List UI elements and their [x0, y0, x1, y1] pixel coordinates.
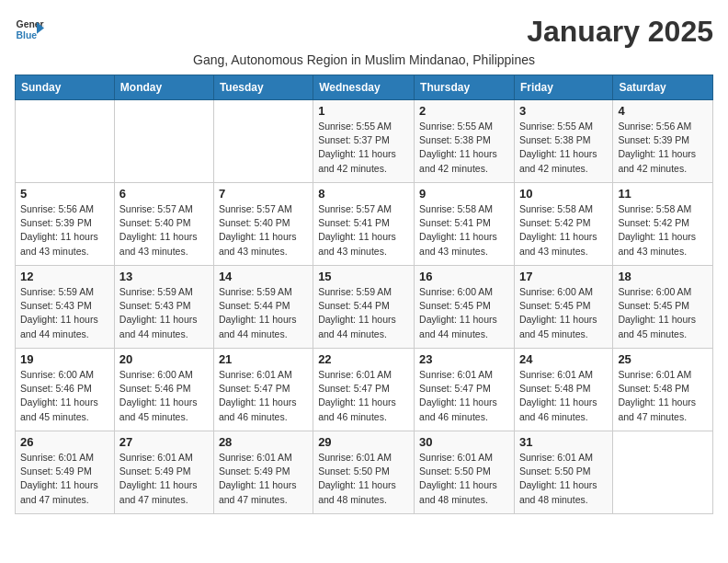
calendar-cell: 22Sunrise: 6:01 AM Sunset: 5:47 PM Dayli… — [313, 349, 415, 431]
day-number: 17 — [519, 270, 608, 283]
day-info: Sunrise: 5:57 AM Sunset: 5:40 PM Dayligh… — [219, 202, 308, 259]
calendar-cell: 9Sunrise: 5:58 AM Sunset: 5:41 PM Daylig… — [415, 183, 515, 266]
calendar-cell: 31Sunrise: 6:01 AM Sunset: 5:50 PM Dayli… — [514, 431, 612, 514]
calendar-cell: 3Sunrise: 5:55 AM Sunset: 5:38 PM Daylig… — [514, 100, 612, 183]
day-number: 1 — [318, 104, 409, 118]
weekday-wednesday: Wednesday — [313, 75, 415, 100]
weekday-monday: Monday — [114, 75, 213, 100]
day-number: 24 — [519, 352, 608, 366]
title-block: January 2025 — [527, 15, 713, 49]
weekday-header-row: SundayMondayTuesdayWednesdayThursdayFrid… — [16, 75, 713, 100]
day-info: Sunrise: 5:56 AM Sunset: 5:39 PM Dayligh… — [20, 202, 109, 259]
day-number: 4 — [618, 104, 708, 118]
day-info: Sunrise: 6:00 AM Sunset: 5:46 PM Dayligh… — [119, 368, 209, 424]
day-info: Sunrise: 6:01 AM Sunset: 5:49 PM Dayligh… — [20, 451, 109, 507]
day-info: Sunrise: 6:01 AM Sunset: 5:47 PM Dayligh… — [219, 368, 308, 424]
page-header: General Blue January 2025 — [15, 15, 713, 49]
calendar-cell: 12Sunrise: 5:59 AM Sunset: 5:43 PM Dayli… — [16, 266, 115, 349]
day-info: Sunrise: 6:00 AM Sunset: 5:45 PM Dayligh… — [618, 285, 708, 341]
day-info: Sunrise: 6:01 AM Sunset: 5:50 PM Dayligh… — [519, 451, 608, 507]
weekday-friday: Friday — [514, 75, 612, 100]
calendar-cell: 4Sunrise: 5:56 AM Sunset: 5:39 PM Daylig… — [613, 100, 713, 183]
calendar-cell: 27Sunrise: 6:01 AM Sunset: 5:49 PM Dayli… — [114, 431, 213, 514]
day-number: 26 — [20, 435, 109, 449]
day-info: Sunrise: 6:00 AM Sunset: 5:45 PM Dayligh… — [419, 285, 509, 341]
day-info: Sunrise: 6:01 AM Sunset: 5:50 PM Dayligh… — [419, 451, 509, 507]
day-number: 30 — [419, 435, 509, 449]
calendar-table: SundayMondayTuesdayWednesdayThursdayFrid… — [15, 75, 713, 514]
day-number: 14 — [219, 270, 308, 283]
day-info: Sunrise: 6:00 AM Sunset: 5:46 PM Dayligh… — [20, 368, 109, 424]
calendar-cell — [114, 100, 213, 183]
day-info: Sunrise: 5:55 AM Sunset: 5:38 PM Dayligh… — [419, 120, 509, 176]
day-info: Sunrise: 5:55 AM Sunset: 5:37 PM Dayligh… — [318, 120, 409, 176]
day-info: Sunrise: 5:59 AM Sunset: 5:43 PM Dayligh… — [119, 285, 209, 341]
day-number: 8 — [318, 187, 409, 201]
calendar-cell: 2Sunrise: 5:55 AM Sunset: 5:38 PM Daylig… — [415, 100, 515, 183]
day-number: 9 — [419, 187, 509, 201]
calendar-cell: 15Sunrise: 5:59 AM Sunset: 5:44 PM Dayli… — [313, 266, 415, 349]
calendar-cell: 7Sunrise: 5:57 AM Sunset: 5:40 PM Daylig… — [213, 183, 313, 266]
calendar-cell — [213, 100, 313, 183]
day-info: Sunrise: 6:00 AM Sunset: 5:45 PM Dayligh… — [519, 285, 608, 341]
day-number: 2 — [419, 104, 509, 118]
calendar-week-2: 5Sunrise: 5:56 AM Sunset: 5:39 PM Daylig… — [16, 183, 713, 266]
day-number: 6 — [119, 187, 209, 201]
calendar-cell: 25Sunrise: 6:01 AM Sunset: 5:48 PM Dayli… — [613, 349, 713, 431]
calendar-week-5: 26Sunrise: 6:01 AM Sunset: 5:49 PM Dayli… — [16, 431, 713, 514]
calendar-cell: 26Sunrise: 6:01 AM Sunset: 5:49 PM Dayli… — [16, 431, 115, 514]
calendar-cell: 29Sunrise: 6:01 AM Sunset: 5:50 PM Dayli… — [313, 431, 415, 514]
day-number: 3 — [519, 104, 608, 118]
calendar-cell: 1Sunrise: 5:55 AM Sunset: 5:37 PM Daylig… — [313, 100, 415, 183]
day-number: 18 — [618, 270, 708, 283]
day-info: Sunrise: 5:57 AM Sunset: 5:41 PM Dayligh… — [318, 202, 409, 259]
calendar-cell: 16Sunrise: 6:00 AM Sunset: 5:45 PM Dayli… — [415, 266, 515, 349]
month-title: January 2025 — [527, 15, 713, 49]
day-info: Sunrise: 6:01 AM Sunset: 5:48 PM Dayligh… — [618, 368, 708, 424]
weekday-sunday: Sunday — [16, 75, 115, 100]
svg-text:Blue: Blue — [17, 30, 38, 40]
day-info: Sunrise: 5:56 AM Sunset: 5:39 PM Dayligh… — [618, 120, 708, 176]
day-info: Sunrise: 6:01 AM Sunset: 5:47 PM Dayligh… — [419, 368, 509, 424]
calendar-cell — [16, 100, 115, 183]
calendar-cell: 10Sunrise: 5:58 AM Sunset: 5:42 PM Dayli… — [514, 183, 612, 266]
day-number: 27 — [119, 435, 209, 449]
day-info: Sunrise: 5:58 AM Sunset: 5:41 PM Dayligh… — [419, 202, 509, 259]
calendar-cell: 11Sunrise: 5:58 AM Sunset: 5:42 PM Dayli… — [613, 183, 713, 266]
day-info: Sunrise: 5:59 AM Sunset: 5:44 PM Dayligh… — [219, 285, 308, 341]
day-number: 11 — [618, 187, 708, 201]
day-info: Sunrise: 6:01 AM Sunset: 5:48 PM Dayligh… — [519, 368, 608, 424]
calendar-cell: 14Sunrise: 5:59 AM Sunset: 5:44 PM Dayli… — [213, 266, 313, 349]
day-info: Sunrise: 5:58 AM Sunset: 5:42 PM Dayligh… — [519, 202, 608, 259]
calendar-cell: 6Sunrise: 5:57 AM Sunset: 5:40 PM Daylig… — [114, 183, 213, 266]
calendar-cell: 8Sunrise: 5:57 AM Sunset: 5:41 PM Daylig… — [313, 183, 415, 266]
logo: General Blue — [15, 15, 44, 44]
calendar-cell: 21Sunrise: 6:01 AM Sunset: 5:47 PM Dayli… — [213, 349, 313, 431]
day-number: 22 — [318, 352, 409, 366]
day-info: Sunrise: 5:59 AM Sunset: 5:43 PM Dayligh… — [20, 285, 109, 341]
day-number: 5 — [20, 187, 109, 201]
day-number: 7 — [219, 187, 308, 201]
calendar-cell: 28Sunrise: 6:01 AM Sunset: 5:49 PM Dayli… — [213, 431, 313, 514]
day-number: 13 — [119, 270, 209, 283]
calendar-cell: 30Sunrise: 6:01 AM Sunset: 5:50 PM Dayli… — [415, 431, 515, 514]
day-info: Sunrise: 5:58 AM Sunset: 5:42 PM Dayligh… — [618, 202, 708, 259]
calendar-cell: 5Sunrise: 5:56 AM Sunset: 5:39 PM Daylig… — [16, 183, 115, 266]
day-info: Sunrise: 6:01 AM Sunset: 5:49 PM Dayligh… — [119, 451, 209, 507]
weekday-saturday: Saturday — [613, 75, 713, 100]
day-number: 21 — [219, 352, 308, 366]
day-number: 12 — [20, 270, 109, 283]
day-number: 29 — [318, 435, 409, 449]
day-info: Sunrise: 6:01 AM Sunset: 5:49 PM Dayligh… — [219, 451, 308, 507]
calendar-cell: 17Sunrise: 6:00 AM Sunset: 5:45 PM Dayli… — [514, 266, 612, 349]
calendar-cell: 18Sunrise: 6:00 AM Sunset: 5:45 PM Dayli… — [613, 266, 713, 349]
day-number: 28 — [219, 435, 308, 449]
calendar-cell: 19Sunrise: 6:00 AM Sunset: 5:46 PM Dayli… — [16, 349, 115, 431]
weekday-thursday: Thursday — [415, 75, 515, 100]
weekday-tuesday: Tuesday — [213, 75, 313, 100]
calendar-cell: 23Sunrise: 6:01 AM Sunset: 5:47 PM Dayli… — [415, 349, 515, 431]
day-number: 20 — [119, 352, 209, 366]
day-number: 10 — [519, 187, 608, 201]
day-number: 16 — [419, 270, 509, 283]
day-info: Sunrise: 5:59 AM Sunset: 5:44 PM Dayligh… — [318, 285, 409, 341]
